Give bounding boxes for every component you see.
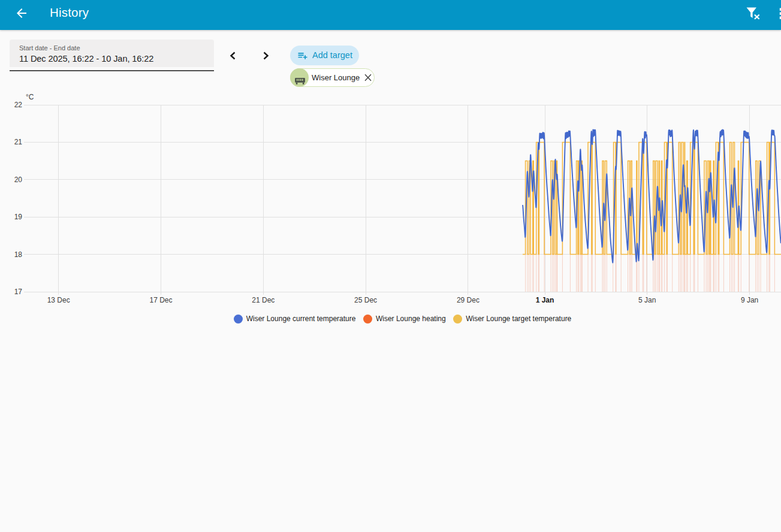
svg-text:21: 21: [14, 138, 23, 146]
svg-text:22: 22: [14, 101, 23, 109]
svg-text:20: 20: [14, 176, 23, 184]
svg-text:18: 18: [14, 250, 23, 259]
svg-text:29 Dec: 29 Dec: [457, 296, 480, 304]
svg-text:13 Dec: 13 Dec: [47, 296, 70, 304]
svg-text:19: 19: [14, 213, 23, 221]
svg-text:1 Jan: 1 Jan: [536, 296, 554, 304]
svg-text:17: 17: [14, 288, 23, 296]
svg-text:°C: °C: [26, 93, 34, 101]
svg-text:17 Dec: 17 Dec: [149, 296, 172, 304]
svg-text:21 Dec: 21 Dec: [252, 296, 275, 304]
svg-text:25 Dec: 25 Dec: [354, 296, 377, 304]
svg-text:9 Jan: 9 Jan: [741, 296, 758, 304]
svg-text:5 Jan: 5 Jan: [638, 296, 656, 304]
